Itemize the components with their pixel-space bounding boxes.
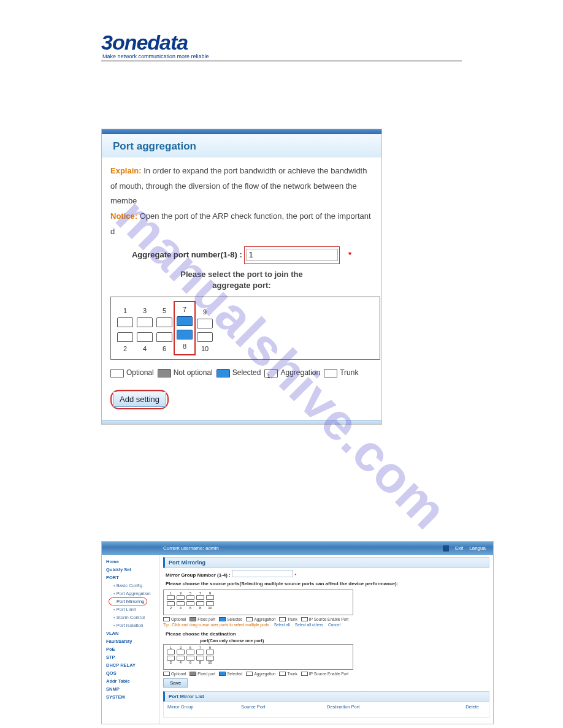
source-ports-prompt: Please choose the source ports(Selecting… (163, 579, 489, 588)
port-legend: Optional Not optional Selected Aggregati… (110, 366, 373, 380)
mirror-list-heading: Port Mirror List (163, 691, 489, 702)
mirror-group-input[interactable] (232, 570, 293, 577)
port-icon[interactable] (117, 317, 133, 327)
legend-selected-icon (216, 369, 230, 377)
header-rule (101, 61, 462, 61)
port-label: 3 (136, 305, 154, 317)
port-label: 6 (155, 343, 174, 355)
brand-logo: 3onedata Make network communication more… (101, 31, 462, 61)
legend-optional: Optional (171, 617, 186, 621)
port-icon[interactable] (206, 656, 214, 661)
port-label: 4 (176, 661, 185, 664)
window-titlebar (102, 129, 381, 134)
legend-trunk: Trunk (340, 366, 358, 380)
port-icon[interactable] (117, 332, 133, 342)
legend-optional: Optional (171, 672, 186, 676)
legend-selected: Selected (227, 617, 242, 621)
selected-port-pair: 7 8 (174, 301, 196, 356)
sidebar-item-system[interactable]: SYSTEM (104, 693, 157, 701)
legend-aggregation: Aggregation (254, 617, 275, 621)
port-label: 4 (136, 343, 154, 355)
port-icon[interactable] (196, 595, 204, 600)
sidebar-item-poe[interactable]: PoE (104, 645, 157, 653)
port-icon[interactable] (177, 650, 185, 654)
port-icon[interactable] (177, 601, 185, 606)
sidebar-item-basicconfig[interactable]: Basic Config (104, 582, 157, 590)
port-icon[interactable] (197, 319, 213, 328)
port-icon[interactable] (206, 650, 214, 654)
port-icon[interactable] (177, 595, 185, 600)
legend-trunk-icon (279, 617, 286, 621)
col-mirror-group: Mirror Group (167, 704, 241, 710)
port-icon[interactable] (186, 656, 194, 661)
exit-link[interactable]: Exit (455, 545, 463, 551)
port-icon[interactable] (186, 595, 194, 600)
legend-selected-icon (219, 672, 226, 676)
sidebar-item-quicklyset[interactable]: Quickly Set (104, 566, 157, 574)
sidebar-item-home[interactable]: Home (104, 558, 157, 566)
port-icon[interactable] (156, 332, 172, 342)
select-others-link[interactable]: Select all others (295, 623, 323, 627)
sidebar-item-stp[interactable]: STP (104, 653, 157, 661)
port-icon[interactable] (206, 595, 214, 600)
port-icon[interactable] (177, 656, 185, 661)
sidebar-item-stormcontrol[interactable]: Storm Control (104, 613, 157, 621)
port-icon-selected[interactable] (177, 330, 193, 339)
port-icon[interactable] (167, 656, 175, 661)
select-all-link[interactable]: Select all (274, 623, 290, 627)
sidebar-item-portmirroring[interactable]: Port Mirroring (109, 597, 147, 605)
save-button[interactable]: Save (163, 678, 188, 688)
legend-optional-icon (110, 369, 124, 377)
sidebar-item-dhcprelay[interactable]: DHCP RELAY (104, 661, 157, 669)
sidebar-item-portaggregation[interactable]: Port Aggregation (104, 590, 157, 597)
legend-fixed: Fixed port (197, 617, 215, 621)
sidebar-item-snmp[interactable]: SNMP (104, 685, 157, 693)
mirror-group-label: Mirror Group Number (1-4) : (166, 572, 231, 577)
cancel-link[interactable]: Cancel (328, 623, 340, 627)
legend-fixed: Fixed port (197, 672, 215, 676)
port-icon-selected[interactable] (177, 316, 193, 326)
required-asterisk: * (348, 250, 351, 259)
legend-notoptional-icon (158, 369, 171, 377)
port-icon[interactable] (167, 595, 175, 600)
port-icon[interactable] (186, 650, 194, 654)
port-icon[interactable] (167, 650, 175, 654)
legend-fixed-icon (190, 672, 196, 676)
sidebar-item-portlimit[interactable]: Port Limit (104, 605, 157, 613)
legend-fixed-icon (190, 617, 196, 621)
port-icon[interactable] (197, 332, 213, 342)
port-icon[interactable] (186, 601, 194, 606)
legend-ipsrc-icon (301, 617, 308, 621)
legend-aggregation-icon (246, 672, 253, 676)
port-label: 8 (175, 340, 194, 353)
exit-icon[interactable] (443, 545, 449, 552)
legend-aggregation-icon (264, 369, 278, 377)
sidebar-item-port[interactable]: PORT (104, 574, 157, 582)
port-icon[interactable] (167, 601, 175, 606)
legend-notoptional: Not optional (174, 366, 213, 380)
port-label: 10 (196, 343, 214, 355)
port-icon[interactable] (196, 656, 204, 661)
port-icon[interactable] (137, 317, 153, 327)
add-setting-button[interactable]: Add setting (113, 392, 166, 407)
port-label: 7 (175, 303, 194, 316)
aggregate-number-input[interactable] (246, 249, 338, 261)
legend-trunk: Trunk (287, 617, 297, 621)
port-label: 2 (166, 661, 175, 664)
language-link[interactable]: Langua (469, 545, 486, 551)
sidebar-item-vlan[interactable]: VLAN (104, 629, 157, 637)
legend-optional: Optional (126, 366, 154, 380)
port-icon[interactable] (156, 317, 172, 327)
port-icon[interactable] (196, 601, 204, 606)
dest-prompt: Please choose the destination (163, 629, 489, 639)
port-label: 6 (186, 661, 195, 664)
port-icon[interactable] (196, 650, 204, 654)
port-icon[interactable] (137, 332, 153, 342)
sidebar-item-faultsafety[interactable]: Fault/Safety (104, 637, 157, 645)
legend-ipsrc: IP Source Enable Port (309, 672, 348, 676)
sidebar-item-qos[interactable]: QOS (104, 669, 157, 677)
port-icon[interactable] (206, 601, 214, 606)
panel-heading: Port Mirroring (163, 557, 489, 568)
sidebar-item-portisolation[interactable]: Port Isolation (104, 621, 157, 629)
sidebar-item-addrtable[interactable]: Addr Table (104, 677, 157, 685)
